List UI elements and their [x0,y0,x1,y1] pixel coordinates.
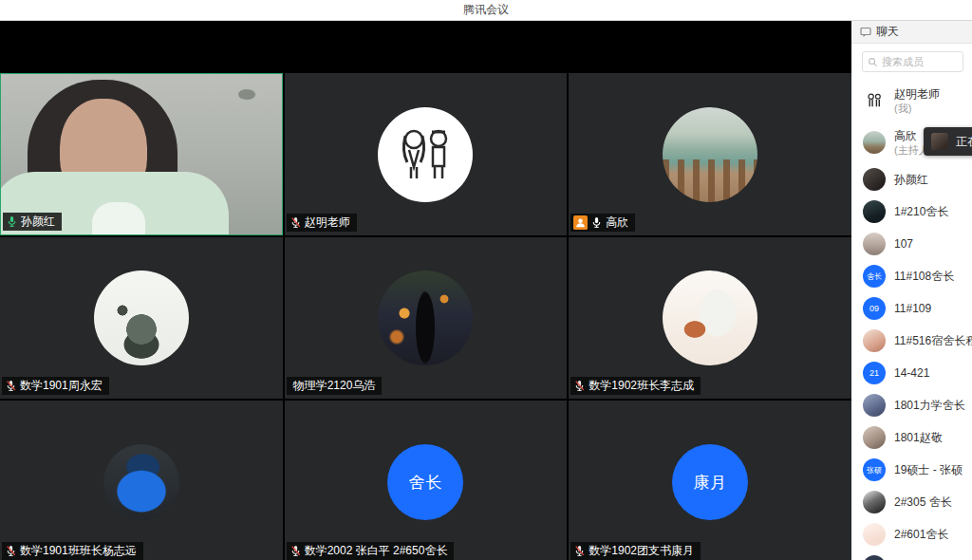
member-avatar-initials: 09 [863,297,886,320]
mic-muted-icon [290,216,302,229]
mic-muted-icon [290,545,302,557]
participant-name: 数学1902班长李志成 [589,379,694,393]
member-avatar [863,426,886,449]
name-label: 数学1901周永宏 [2,377,109,395]
member-name: 19硕士 - 张硕 [894,463,963,477]
avatar-initials: 舍长 [387,444,463,520]
avatar [663,107,757,202]
avatar [103,444,179,520]
speaking-toast: 正在讲话 [924,127,972,156]
member-row[interactable]: 孙颜红 [863,163,972,196]
member-avatar [863,329,886,352]
participant-name: 赵明老师 [305,215,350,230]
participant-name: 数学1901班班长杨志远 [20,544,137,558]
member-avatar [863,491,886,513]
search-input[interactable] [882,56,958,67]
member-avatar [863,523,886,546]
member-avatar [863,168,886,191]
avatar-initials: 康月 [672,444,748,520]
speaker-avatar [931,133,948,150]
member-row[interactable]: 2303舍长 [863,551,972,560]
member-name: 赵明老师 [894,87,940,102]
couple-cartoon [378,107,473,202]
mic-muted-icon [573,545,586,557]
member-row[interactable]: 张硕 19硕士 - 张硕 [863,454,972,486]
member-name: 2#601舍长 [894,528,948,542]
search-icon [868,57,878,67]
member-row[interactable]: 2#305 舍长 [863,486,972,518]
chat-icon [860,27,871,38]
name-label: 赵明老师 [287,214,357,232]
member-avatar [863,89,886,112]
participant-name: 数学1902团支书康月 [589,544,694,558]
app-window: 腾讯会议 [0,0,972,560]
sidebar-header: 聊天 [851,21,972,44]
webcam-video [1,74,282,234]
member-row[interactable]: 107 [863,228,972,260]
name-label: 数学1902团支书康月 [570,542,701,560]
person-collar [92,202,145,234]
avatar [94,271,189,365]
name-label: 孙颜红 [3,213,62,231]
mic-on-icon [590,216,603,229]
video-tile[interactable]: 数学1901周永宏 [0,237,283,399]
member-subtitle: (我) [894,102,940,115]
mic-speaking-icon [6,215,18,228]
member-avatar [863,233,886,255]
member-name: 1801赵敬 [894,431,943,445]
member-name: 11#108舍长 [894,270,954,284]
name-label: 高欣 [570,214,635,232]
member-avatar [863,131,886,154]
speaking-toast-text: 正在讲话 [956,134,972,150]
member-name: 1801力学舍长 [894,399,965,413]
member-avatar [863,394,886,417]
video-tile[interactable]: 舍长 数学2002 张白平 2#650舍长 [285,401,568,560]
member-row[interactable]: 11#516宿舍长程茜 [863,325,972,357]
member-row[interactable]: 赵明老师 (我) [863,80,972,121]
window-title: 腾讯会议 [463,2,509,18]
member-row[interactable]: 1801赵敬 [863,421,972,454]
video-tile[interactable]: 孙颜红 [0,73,283,235]
member-name: 14-421 [894,366,929,381]
video-tile[interactable]: 物理学2120乌浩 [285,237,568,399]
ceiling-light [238,89,255,100]
member-avatar-initials: 21 [863,362,886,384]
chat-sidebar: 聊天 赵明老师 (我 [851,21,972,560]
name-label: 数学1901班班长杨志远 [2,542,143,560]
participant-grid: 孙颜红 [0,73,851,560]
video-tile[interactable]: 数学1901班班长杨志远 [0,401,283,560]
avatar [378,107,473,202]
video-tile[interactable]: 数学1902班长李志成 [569,237,851,399]
mic-muted-icon [5,380,17,392]
video-tile[interactable]: 赵明老师 [285,73,568,235]
member-avatar-initials: 舍长 [863,265,886,288]
member-name: 107 [894,237,913,252]
member-name: 2#305 舍长 [894,495,952,510]
participant-name: 数学1901周永宏 [20,379,103,393]
member-name: 孙颜红 [894,173,928,187]
participant-name: 物理学2120乌浩 [293,379,376,393]
search-box[interactable] [862,51,963,72]
host-badge-icon [573,215,588,230]
member-avatar-initials: 张硕 [863,458,886,481]
avatar [663,271,757,365]
title-bar: 腾讯会议 [0,0,972,21]
member-name: 1#210舍长 [894,205,948,219]
sidebar-title: 聊天 [876,24,899,40]
mic-muted-icon [5,545,17,557]
video-area: 孙颜红 [0,21,851,560]
name-label: 数学2002 张白平 2#650舍长 [287,542,455,560]
member-row[interactable]: 1#210舍长 [863,196,972,228]
member-avatar [863,200,886,223]
video-tile[interactable]: 康月 数学1902团支书康月 [569,401,851,560]
member-row[interactable]: 舍长 11#108舍长 [863,260,972,292]
member-row[interactable]: 2#601舍长 [863,518,972,551]
member-row[interactable]: 21 14-421 [863,357,972,389]
video-tile[interactable]: 高欣 [569,73,851,235]
member-row[interactable]: 09 11#109 [863,292,972,325]
member-row[interactable]: 1801力学舍长 [863,389,972,421]
participant-name: 数学2002 张白平 2#650舍长 [305,544,448,558]
member-name: 11#109 [894,302,931,316]
mic-muted-icon [573,380,586,392]
member-avatar [863,555,886,560]
